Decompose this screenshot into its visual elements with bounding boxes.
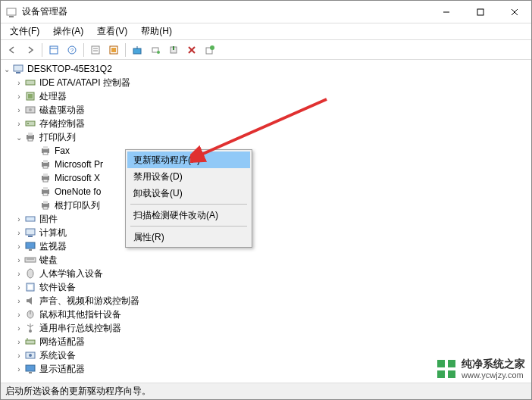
toolbar-scan-button[interactable] (147, 42, 164, 58)
expand-icon[interactable]: › (14, 270, 24, 278)
printer-icon (39, 172, 52, 184)
toolbar-disable-button[interactable] (165, 42, 182, 58)
expand-icon[interactable]: ⌄ (14, 133, 24, 142)
toolbar-update-driver-button[interactable] (129, 42, 146, 58)
expand-icon[interactable]: › (14, 365, 24, 373)
tree-category[interactable]: ›固件 (2, 212, 530, 226)
menu-help[interactable]: 帮助(H) (135, 23, 178, 39)
tree-category[interactable]: ›计算机 (2, 226, 530, 239)
tree-category-label: 处理器 (39, 90, 67, 103)
expand-icon[interactable]: › (14, 297, 24, 305)
menu-view[interactable]: 查看(V) (91, 23, 133, 39)
toolbar-help-button[interactable]: ? (64, 42, 80, 58)
context-disable-device[interactable]: 禁用设备(D) (127, 168, 250, 185)
printer-icon (39, 186, 52, 198)
svg-rect-39 (43, 160, 48, 163)
tree-category[interactable]: ›软件设备 (2, 280, 530, 294)
app-icon (5, 6, 17, 18)
expand-icon[interactable]: › (14, 79, 24, 87)
toolbar-action-button[interactable] (105, 42, 122, 58)
tree-device[interactable]: Fax (2, 144, 530, 158)
device-tree[interactable]: ⌄DESKTOP-45E31Q2›IDE ATA/ATAPI 控制器›处理器›磁… (2, 61, 530, 383)
svg-rect-73 (437, 360, 445, 367)
status-text: 启动所选设备的更新驱动程序向导。 (5, 385, 151, 398)
toolbar-uninstall-button[interactable] (183, 42, 200, 58)
software-icon (24, 281, 36, 293)
svg-rect-74 (448, 360, 455, 367)
tree-category-label: 声音、视频和游戏控制器 (39, 295, 139, 308)
tree-category[interactable]: ›通用串行总线控制器 (2, 321, 530, 335)
toolbar-forward-button[interactable] (22, 42, 39, 58)
toolbar-separator (42, 43, 42, 57)
svg-rect-46 (43, 193, 48, 195)
svg-point-22 (210, 45, 214, 50)
context-uninstall-device[interactable]: 卸载设备(U) (127, 185, 250, 202)
tree-category-label: 鼠标和其他指针设备 (39, 308, 121, 321)
tree-category[interactable]: ›人体学输入设备 (2, 267, 530, 280)
context-scan-hardware[interactable]: 扫描检测硬件改动(A) (127, 207, 250, 223)
expand-icon[interactable]: › (14, 229, 24, 237)
toolbar-showhide-button[interactable] (45, 42, 62, 58)
tree-device[interactable]: Microsoft X (2, 171, 530, 185)
display-icon (24, 363, 36, 375)
expand-icon[interactable]: › (14, 256, 24, 264)
toolbar-back-button[interactable] (4, 42, 20, 58)
tree-category[interactable]: ›网络适配器 (2, 335, 530, 348)
svg-text:?: ? (70, 47, 74, 54)
tree-category[interactable]: ›声音、视频和游戏控制器 (2, 294, 530, 308)
menu-action[interactable]: 操作(A) (47, 23, 89, 39)
toolbar-properties-button[interactable] (87, 42, 104, 58)
expand-icon[interactable]: › (14, 120, 24, 128)
context-update-driver[interactable]: 更新驱动程序(P) (127, 152, 250, 168)
tree-device[interactable]: 根打印队列 (2, 198, 530, 212)
toolbar-add-button[interactable] (202, 42, 218, 58)
svg-rect-52 (28, 236, 33, 237)
tree-category-label: 通用串行总线控制器 (39, 322, 121, 335)
maximize-button[interactable] (463, 1, 497, 23)
collapse-icon[interactable]: ⌄ (2, 65, 12, 73)
expand-icon[interactable]: › (14, 242, 24, 251)
tree-category[interactable]: ›监视器 (2, 239, 530, 253)
expand-icon[interactable]: › (14, 283, 24, 292)
menu-file[interactable]: 文件(F) (4, 23, 45, 39)
tree-category[interactable]: ›IDE ATA/ATAPI 控制器 (2, 76, 530, 89)
minimize-button[interactable] (429, 1, 463, 23)
audio-icon (24, 295, 36, 307)
expand-icon[interactable]: › (14, 311, 24, 319)
tree-category[interactable]: ›磁盘驱动器 (2, 103, 530, 117)
svg-rect-75 (437, 370, 445, 378)
svg-rect-14 (111, 48, 116, 52)
svg-rect-48 (43, 201, 48, 204)
tree-category[interactable]: ›键盘 (2, 253, 530, 267)
tree-root[interactable]: ⌄DESKTOP-45E31Q2 (2, 62, 530, 76)
svg-rect-27 (28, 94, 33, 98)
disk-icon (24, 104, 36, 116)
svg-rect-53 (26, 242, 35, 248)
tree-category[interactable]: ⌄打印队列 (2, 130, 530, 144)
expand-icon[interactable]: › (14, 92, 24, 101)
storage-icon (24, 117, 36, 130)
watermark-logo-icon (436, 358, 457, 380)
tree-device-label: OneNote fo (55, 186, 101, 197)
expand-icon[interactable]: › (14, 324, 24, 333)
expand-icon[interactable]: › (14, 215, 24, 223)
tree-device[interactable]: Microsoft Pr (2, 158, 530, 171)
expand-icon[interactable]: › (14, 106, 24, 114)
context-properties[interactable]: 属性(R) (127, 229, 250, 245)
expand-icon[interactable]: › (14, 352, 24, 360)
window-title: 设备管理器 (22, 5, 429, 18)
cpu-icon (24, 90, 36, 102)
tree-category[interactable]: ›鼠标和其他指针设备 (2, 308, 530, 321)
tree-category-label: 系统设备 (39, 349, 76, 362)
close-button[interactable] (497, 1, 531, 23)
svg-rect-0 (7, 8, 16, 15)
svg-line-64 (27, 325, 30, 327)
svg-point-57 (27, 269, 33, 278)
expand-icon[interactable]: › (14, 338, 24, 346)
tree-category[interactable]: ›处理器 (2, 89, 530, 103)
tree-category-label: IDE ATA/ATAPI 控制器 (39, 77, 130, 89)
svg-rect-40 (43, 166, 48, 168)
tree-category-label: 软件设备 (39, 281, 76, 294)
tree-category[interactable]: ›存储控制器 (2, 117, 530, 130)
tree-device[interactable]: OneNote fo (2, 185, 530, 198)
